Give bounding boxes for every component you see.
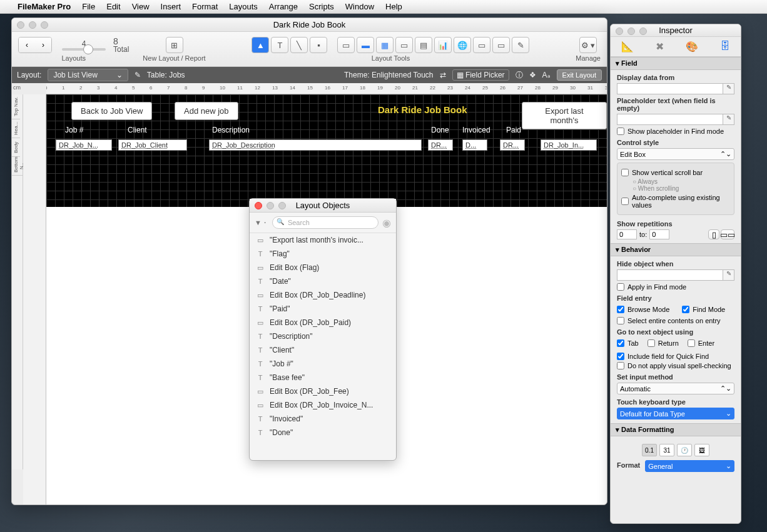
window-titlebar[interactable]: Dark Ride Job Book bbox=[12, 18, 607, 32]
field-paid[interactable]: DR... bbox=[500, 139, 525, 151]
objects-search[interactable]: Search bbox=[272, 216, 378, 229]
object-item[interactable]: T"Client" bbox=[250, 343, 396, 357]
menu-format[interactable]: Format bbox=[192, 2, 218, 11]
record-slider[interactable] bbox=[62, 48, 106, 51]
menu-scripts[interactable]: Scripts bbox=[309, 2, 334, 11]
line-tool-icon[interactable]: ╲ bbox=[290, 37, 308, 53]
rect-tool-icon[interactable]: ▪ bbox=[310, 37, 327, 53]
show-ph-find-check[interactable] bbox=[617, 128, 624, 135]
rep-h-icon[interactable]: ▭▭ bbox=[721, 229, 734, 239]
tab-styles-icon[interactable]: ✖ bbox=[656, 41, 664, 53]
fmt-time-icon[interactable]: 🕐 bbox=[677, 444, 692, 456]
input-method-select[interactable]: Automatic⌃⌄ bbox=[617, 383, 734, 394]
aa-icon[interactable]: ⓘ bbox=[516, 70, 523, 81]
object-item[interactable]: T"Job #" bbox=[250, 357, 396, 371]
menu-file[interactable]: File bbox=[82, 2, 95, 11]
field-client[interactable]: DR_Job_Client bbox=[118, 139, 187, 151]
find-mode-check[interactable] bbox=[682, 306, 689, 313]
field-picker-button[interactable]: ▦ Field Picker bbox=[452, 69, 509, 81]
browse-mode-check[interactable] bbox=[617, 306, 624, 313]
field-invno[interactable]: DR_Job_In... bbox=[541, 139, 597, 151]
exit-layout-button[interactable]: Exit Layout bbox=[557, 69, 602, 81]
pencil-icon[interactable]: ✎ bbox=[723, 114, 734, 124]
format-painter-icon[interactable]: ✎ bbox=[512, 37, 529, 53]
scrollbar-check[interactable] bbox=[621, 169, 629, 176]
object-item[interactable]: T"Flag" bbox=[250, 247, 396, 261]
touch-kb-select[interactable]: Default for Data Type⌄ bbox=[617, 408, 734, 419]
menu-edit[interactable]: Edit bbox=[106, 2, 120, 11]
tab-tool-icon[interactable]: ▭ bbox=[395, 37, 413, 53]
rep-v-icon[interactable]: ▯ bbox=[708, 229, 719, 239]
filter-icon[interactable]: ▼・ bbox=[255, 218, 268, 228]
whenscroll-radio[interactable]: ○ When scrolling bbox=[632, 185, 730, 192]
buttonbar-tool-icon[interactable]: ▦ bbox=[376, 37, 394, 53]
layout-canvas[interactable]: Back to Job View Add new job Dark Ride J… bbox=[46, 94, 607, 207]
menu-layouts[interactable]: Layouts bbox=[229, 2, 258, 11]
format-select[interactable]: General⌄ bbox=[645, 460, 734, 472]
objpanel-titlebar[interactable]: Layout Objects bbox=[250, 199, 396, 213]
field-done[interactable]: DR... bbox=[428, 139, 453, 151]
always-radio[interactable]: ○ Always bbox=[632, 178, 730, 185]
rep-to-input[interactable] bbox=[649, 229, 669, 239]
inspector-titlebar[interactable]: Inspector bbox=[611, 24, 741, 37]
layers-icon[interactable]: ❖ bbox=[529, 71, 536, 79]
visibility-icon[interactable]: ◉ bbox=[382, 217, 391, 229]
quickfind-check[interactable] bbox=[617, 353, 624, 360]
spellcheck-check[interactable] bbox=[617, 362, 624, 369]
tab-appearance-icon[interactable]: 🎨 bbox=[686, 41, 698, 53]
pointer-tool-icon[interactable]: ▲ bbox=[251, 37, 269, 53]
object-item[interactable]: T"Description" bbox=[250, 329, 396, 343]
nav-next-button[interactable]: › bbox=[35, 38, 51, 53]
apply-find-check[interactable] bbox=[617, 283, 624, 291]
text-tool-icon[interactable]: T bbox=[271, 37, 288, 53]
object-item[interactable]: T"Done" bbox=[250, 426, 396, 439]
menu-view[interactable]: View bbox=[132, 2, 150, 11]
enter-check[interactable] bbox=[688, 339, 695, 347]
object-item[interactable]: T"Invoiced" bbox=[250, 412, 396, 426]
field-inv[interactable]: D... bbox=[462, 139, 487, 151]
rep-from-input[interactable] bbox=[617, 229, 637, 239]
return-check[interactable] bbox=[648, 339, 655, 347]
new-layout-button[interactable]: ⊞ bbox=[166, 37, 183, 53]
placeholder-input[interactable] bbox=[617, 114, 723, 124]
tab-position-icon[interactable]: 📐 bbox=[621, 41, 634, 53]
fmt-graphic-icon[interactable]: 🖼 bbox=[694, 444, 709, 456]
object-item[interactable]: ▭Edit Box (DR_Job_Paid) bbox=[250, 316, 396, 329]
fmt-number-icon[interactable]: 0.1 bbox=[642, 444, 657, 456]
object-item[interactable]: ▭Edit Box (Flag) bbox=[250, 261, 396, 274]
menu-insert[interactable]: Insert bbox=[161, 2, 181, 11]
object-item[interactable]: T"Date" bbox=[250, 274, 396, 288]
pencil-icon[interactable]: ✎ bbox=[723, 84, 734, 94]
slide-tool-icon[interactable]: ▭ bbox=[473, 37, 490, 53]
layout-selector[interactable]: Job List View⌄ bbox=[48, 69, 128, 81]
popover-tool-icon[interactable]: ▭ bbox=[492, 37, 510, 53]
pencil-icon[interactable]: ✎ bbox=[723, 270, 734, 280]
select-entire-check[interactable] bbox=[617, 317, 624, 324]
aa-format-icon[interactable]: Aₐ bbox=[542, 71, 551, 79]
chart-tool-icon[interactable]: 📊 bbox=[434, 37, 452, 53]
manage-button[interactable]: ⚙ ▾ bbox=[579, 37, 597, 53]
section-datafmt[interactable]: ▾ Data Formatting bbox=[611, 423, 741, 436]
theme-swap-icon[interactable]: ⇄ bbox=[440, 71, 446, 79]
button-tool-icon[interactable]: ▬ bbox=[357, 37, 374, 53]
field-jobnum[interactable]: DR_Job_N... bbox=[56, 139, 112, 151]
object-item[interactable]: ▭Edit Box (DR_Job_Deadline) bbox=[250, 288, 396, 302]
fmt-date-icon[interactable]: 31 bbox=[659, 444, 674, 456]
tab-check[interactable] bbox=[617, 339, 624, 347]
menu-arrange[interactable]: Arrange bbox=[269, 2, 298, 11]
app-name[interactable]: FileMaker Pro bbox=[18, 2, 71, 11]
object-item[interactable]: ▭"Export last month's invoic... bbox=[250, 233, 396, 247]
hide-input[interactable] bbox=[617, 270, 723, 280]
menu-window[interactable]: Window bbox=[345, 2, 374, 11]
theme-label[interactable]: Theme: Enlightened Touch bbox=[344, 71, 434, 79]
layout-nav[interactable]: ‹› bbox=[18, 37, 52, 53]
object-item[interactable]: T"Base fee" bbox=[250, 371, 396, 384]
field-tool-icon[interactable]: ▭ bbox=[337, 37, 355, 53]
nav-prev-button[interactable]: ‹ bbox=[19, 38, 35, 53]
object-item[interactable]: ▭Edit Box (DR_Job_Fee) bbox=[250, 384, 396, 398]
add-job-button[interactable]: Add new job bbox=[175, 102, 238, 120]
portal-tool-icon[interactable]: ▤ bbox=[415, 37, 432, 53]
back-button[interactable]: Back to Job View bbox=[71, 102, 152, 120]
webview-tool-icon[interactable]: 🌐 bbox=[454, 37, 471, 53]
control-style-select[interactable]: Edit Box⌃⌄ bbox=[617, 148, 734, 160]
